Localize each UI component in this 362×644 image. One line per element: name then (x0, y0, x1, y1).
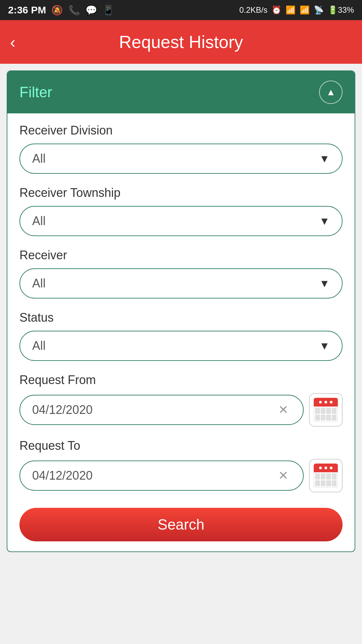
request-to-row: 04/12/2020 (19, 459, 343, 492)
status-right: 0.2KB/s ⏰ 📶 📶 📡 🔋33% (239, 5, 354, 15)
filter-toggle-button[interactable] (319, 80, 343, 104)
receiver-group: Receiver All (19, 248, 343, 299)
request-from-calendar-button[interactable] (309, 393, 343, 427)
request-to-clear-icon (278, 469, 288, 482)
request-to-label: Request To (19, 439, 343, 453)
status-group: Status All (19, 311, 343, 361)
receiver-township-value: All (32, 214, 46, 228)
receiver-division-label: Receiver Division (19, 123, 343, 138)
filter-toggle-icon (326, 87, 336, 98)
notification-icon-4: 📱 (103, 5, 114, 16)
network-speed: 0.2KB/s (239, 5, 267, 15)
receiver-division-dropdown[interactable]: All (19, 144, 343, 174)
notification-icon-1: 🔕 (51, 5, 63, 16)
request-from-label: Request From (19, 373, 343, 387)
filter-card: Filter Receiver Division All Receiver To… (7, 70, 355, 552)
calendar-from-icon (314, 398, 338, 422)
receiver-value: All (32, 276, 46, 290)
status-value: All (32, 339, 46, 353)
request-from-clear-icon (278, 403, 288, 417)
request-to-input[interactable]: 04/12/2020 (19, 461, 304, 491)
request-to-value: 04/12/2020 (32, 469, 93, 483)
status-label: Status (19, 311, 343, 325)
receiver-township-label: Receiver Township (19, 186, 343, 200)
status-left: 2:36 PM 🔕 📞 💬 📱 (8, 4, 114, 16)
receiver-arrow-icon (319, 277, 330, 290)
battery-indicator: 🔋33% (328, 5, 354, 15)
alarm-icon: ⏰ (272, 5, 282, 15)
request-from-row: 04/12/2020 (19, 393, 343, 427)
status-time: 2:36 PM (8, 4, 46, 16)
status-bar: 2:36 PM 🔕 📞 💬 📱 0.2KB/s ⏰ 📶 📶 📡 🔋33% (0, 0, 362, 20)
receiver-label: Receiver (19, 248, 343, 262)
receiver-division-arrow-icon (319, 153, 330, 165)
filter-body: Receiver Division All Receiver Township … (7, 113, 355, 551)
filter-header: Filter (7, 71, 355, 113)
status-arrow-icon (319, 340, 330, 352)
signal-icon-2: 📶 (300, 5, 310, 15)
back-button[interactable] (10, 33, 15, 51)
receiver-township-dropdown[interactable]: All (19, 206, 343, 236)
notification-icon-2: 📞 (68, 5, 80, 16)
receiver-township-group: Receiver Township All (19, 186, 343, 236)
app-header: Request History (0, 20, 362, 64)
request-to-clear-button[interactable] (276, 466, 291, 485)
receiver-division-value: All (32, 152, 46, 166)
notification-icon-3: 💬 (85, 5, 97, 16)
request-from-value: 04/12/2020 (32, 403, 93, 417)
request-to-calendar-button[interactable] (309, 459, 343, 492)
request-from-clear-button[interactable] (276, 400, 291, 420)
wifi-icon: 📡 (314, 5, 324, 15)
receiver-dropdown[interactable]: All (19, 268, 343, 299)
filter-label: Filter (19, 84, 52, 101)
request-from-input[interactable]: 04/12/2020 (19, 395, 304, 425)
status-dropdown[interactable]: All (19, 331, 343, 361)
calendar-to-icon (314, 464, 338, 488)
receiver-township-arrow-icon (319, 215, 330, 227)
request-to-group: Request To 04/12/2020 (19, 439, 343, 492)
signal-icon-1: 📶 (286, 5, 296, 15)
back-icon (10, 33, 15, 51)
main-content: Filter Receiver Division All Receiver To… (0, 64, 362, 559)
receiver-division-group: Receiver Division All (19, 123, 343, 174)
request-from-group: Request From 04/12/2020 (19, 373, 343, 427)
search-button[interactable]: Search (19, 508, 343, 541)
page-title: Request History (119, 32, 243, 52)
